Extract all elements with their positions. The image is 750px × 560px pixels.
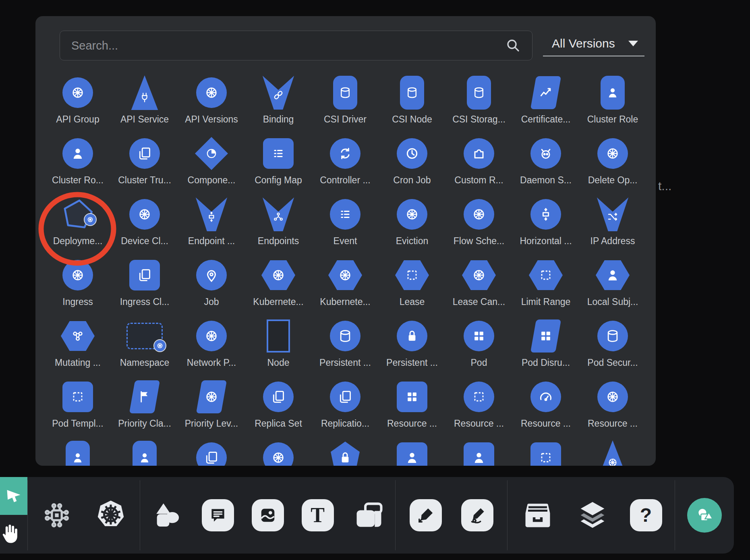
ingress-icon xyxy=(62,260,93,290)
shape-item-component-status[interactable]: Compone... xyxy=(178,134,245,195)
shape-item-resource[interactable]: Resource ... xyxy=(379,377,445,438)
shape-item-label: Delete Op... xyxy=(588,175,638,186)
hand-tool[interactable] xyxy=(0,521,21,545)
shape-item-kubernetes-shape[interactable] xyxy=(245,438,312,466)
shape-item-user-link-shape[interactable] xyxy=(111,438,178,466)
shape-item-lease-candidate[interactable]: Lease Can... xyxy=(445,256,512,317)
shape-item-device-class[interactable]: Device Cl... xyxy=(111,195,178,256)
shape-item-pages-shape[interactable] xyxy=(178,438,245,466)
shape-item-api-group[interactable]: API Group xyxy=(44,73,111,134)
shape-item-resource[interactable]: Resource ... xyxy=(512,377,579,438)
shape-item-replica-set[interactable]: Replica Set xyxy=(245,377,312,438)
shape-item-cluster-role[interactable]: Cluster Role xyxy=(579,73,646,134)
shape-item-node[interactable]: Node xyxy=(245,317,312,377)
shape-item-horizontal-autoscaler[interactable]: Horizontal ... xyxy=(512,195,579,256)
api-group-icon xyxy=(62,77,93,108)
shape-item-pod-template[interactable]: Pod Templ... xyxy=(44,377,111,438)
image-tool[interactable] xyxy=(252,499,284,531)
library-tool[interactable] xyxy=(520,498,555,533)
shape-item-eviction[interactable]: Eviction xyxy=(379,195,445,256)
cluster-role-icon xyxy=(601,76,625,110)
shape-item-priority-level[interactable]: Priority Lev... xyxy=(178,377,245,438)
shape-item-config-map[interactable]: Config Map xyxy=(245,134,312,195)
pencil-tool[interactable] xyxy=(461,499,493,531)
comment-tool[interactable] xyxy=(202,499,234,531)
layers-tool[interactable] xyxy=(575,498,610,533)
shape-item-namespace[interactable]: Namespace xyxy=(111,317,178,377)
help-tool[interactable]: ? xyxy=(630,499,662,531)
shape-item-lease[interactable]: Lease xyxy=(379,256,445,317)
shape-item-local-subject-review[interactable]: Local Subj... xyxy=(579,256,646,317)
pen-tool[interactable] xyxy=(410,499,442,531)
shape-item-resource[interactable]: Resource ... xyxy=(445,377,512,438)
endpoint-slice-icon xyxy=(195,197,228,231)
shape-item-ip-address[interactable]: IP Address xyxy=(579,195,646,256)
shape-item-label: Ingress Cl... xyxy=(120,297,170,307)
shape-item-deployment[interactable]: Deployme... xyxy=(44,195,111,256)
shape-item-api-versions[interactable]: API Versions xyxy=(178,73,245,134)
layers-icon xyxy=(575,498,610,533)
shape-item-ingress-class[interactable]: Ingress Cl... xyxy=(111,256,178,317)
shape-item-replication-controller[interactable]: Replicatio... xyxy=(312,377,379,438)
replica-set-icon xyxy=(263,382,294,412)
shape-item-persistent-volume[interactable]: Persistent ... xyxy=(312,317,379,377)
shape-item-controller-revision[interactable]: Controller ... xyxy=(312,134,379,195)
shape-item-kubernetes[interactable]: Kubernete... xyxy=(245,256,312,317)
shape-item-daemon-set[interactable]: Daemon S... xyxy=(512,134,579,195)
shape-item-label: Mutating ... xyxy=(55,357,101,368)
shape-item-limit-range[interactable]: Limit Range xyxy=(512,256,579,317)
shape-item-label: API Versions xyxy=(185,114,238,125)
shape-item-user-check-shape[interactable] xyxy=(379,438,445,466)
shape-item-label: CSI Storag... xyxy=(452,114,506,125)
shape-item-network-policy[interactable]: Network P... xyxy=(178,317,245,377)
shape-item-mutating-webhook[interactable]: Mutating ... xyxy=(44,317,111,377)
shape-item-user-check-shape[interactable] xyxy=(445,438,512,466)
shape-item-cron-job[interactable]: Cron Job xyxy=(379,134,445,195)
shape-item-label: Node xyxy=(267,357,290,368)
shape-item-priority-class[interactable]: Priority Cla... xyxy=(111,377,178,438)
shape-item-csi-storage[interactable]: CSI Storag... xyxy=(445,73,512,134)
shape-item-binding[interactable]: Binding xyxy=(245,73,312,134)
shape-item-rules-review-shape[interactable] xyxy=(512,438,579,466)
shape-item-csi-node[interactable]: CSI Node xyxy=(379,73,445,134)
shape-item-pod-disruption-budget[interactable]: Pod Disru... xyxy=(512,317,579,377)
shape-item-endpoints[interactable]: Endpoints xyxy=(245,195,312,256)
pages-shape-icon xyxy=(196,442,227,466)
shape-item-pod[interactable]: Pod xyxy=(445,317,512,377)
search-box xyxy=(60,31,532,60)
daemon-set-icon xyxy=(530,138,561,169)
kubernetes-library-tool[interactable] xyxy=(93,498,128,533)
shape-item-custom-resource[interactable]: Custom R... xyxy=(445,134,512,195)
select-tool[interactable] xyxy=(0,477,27,515)
shape-item-secret-shape[interactable] xyxy=(312,438,379,466)
shape-item-label: Cluster Role xyxy=(587,114,638,125)
version-filter-dropdown[interactable]: All Versions xyxy=(543,31,644,56)
shape-item-user-shape[interactable] xyxy=(44,438,111,466)
shape-item-job[interactable]: Job xyxy=(178,256,245,317)
shape-item-kubernetes[interactable]: Kubernete... xyxy=(312,256,379,317)
shape-item-certificate-request[interactable]: Certificate... xyxy=(512,73,579,134)
shape-item-flow-schema[interactable]: Flow Sche... xyxy=(445,195,512,256)
shape-item-endpoint-slice[interactable]: Endpoint ... xyxy=(178,195,245,256)
shape-item-persistent-volume-claim[interactable]: Persistent ... xyxy=(379,317,445,377)
shape-item-ingress[interactable]: Ingress xyxy=(44,256,111,317)
node-icon xyxy=(267,319,290,353)
text-tool[interactable]: T xyxy=(302,499,334,531)
tool-group: ? xyxy=(507,480,675,550)
shape-item-delete-options[interactable]: Delete Op... xyxy=(579,134,646,195)
shape-item-label: Controller ... xyxy=(320,175,370,186)
shape-item-api-service[interactable]: API Service xyxy=(111,73,178,134)
search-input[interactable] xyxy=(60,31,532,60)
shape-item-pod-security[interactable]: Pod Secur... xyxy=(579,317,646,377)
shape-item-event[interactable]: Event xyxy=(312,195,379,256)
shape-item-csi-driver[interactable]: CSI Driver xyxy=(312,73,379,134)
shape-item-service-shape[interactable] xyxy=(579,438,646,466)
kubernetes-badge-icon xyxy=(153,339,166,352)
shapes-logo-tool[interactable] xyxy=(687,498,722,533)
shape-item-cluster-role-binding[interactable]: Cluster Ro... xyxy=(44,134,111,195)
connector-tool[interactable] xyxy=(39,498,74,533)
shape-item-cluster-trust-bundle[interactable]: Cluster Tru... xyxy=(111,134,178,195)
shapes-tool[interactable] xyxy=(149,498,184,533)
note-tool[interactable] xyxy=(352,498,386,533)
shape-item-resource[interactable]: Resource ... xyxy=(579,377,646,438)
